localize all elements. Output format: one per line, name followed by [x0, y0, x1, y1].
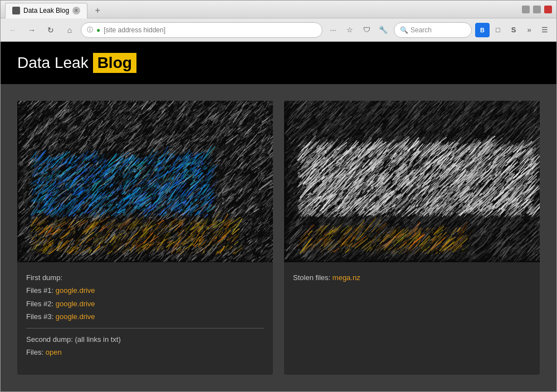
maximize-button[interactable] — [533, 6, 541, 13]
tab-close-button[interactable]: ✕ — [72, 7, 80, 14]
card-1-files2-link[interactable]: google.drive — [56, 300, 95, 308]
security-icon: ⓘ — [87, 26, 93, 34]
shield-icon: 🛡 — [359, 23, 374, 37]
card-1: First dump: Files #1: google.drive Files… — [17, 101, 273, 375]
card-2-link[interactable]: mega.nz — [333, 273, 360, 282]
card-1-dump1-label: First dump: — [26, 271, 264, 284]
main-content: First dump: Files #1: google.drive Files… — [1, 84, 556, 391]
search-placeholder: Search — [411, 26, 432, 34]
card-1-files1: Files #1: google.drive — [26, 284, 264, 297]
browser-window: Data Leak Blog ✕ + ← → ↻ ⌂ ⓘ ● [site add… — [0, 0, 557, 392]
title-bar: Data Leak Blog ✕ + — [1, 1, 556, 18]
extension-icon: 🔧 — [376, 23, 390, 37]
page-content: Data Leak Blog First dump: Files #1: goo… — [1, 42, 556, 391]
card-1-noise-canvas — [17, 101, 273, 262]
sync-icon[interactable]: □ — [491, 23, 505, 37]
minimize-button[interactable] — [522, 6, 530, 13]
site-title-part1: Data Leak — [17, 54, 89, 72]
tab-label: Data Leak Blog — [23, 7, 69, 14]
toolbar-icons: B □ S » ☰ — [475, 23, 552, 37]
more-extensions-button[interactable]: » — [522, 23, 536, 37]
card-1-dump2-files: Files: open — [26, 346, 264, 359]
search-box[interactable]: 🔍 Search — [394, 22, 472, 38]
card-1-files3: Files #3: google.drive — [26, 310, 264, 323]
card-1-files2: Files #2: google.drive — [26, 297, 264, 310]
profile-icon[interactable]: B — [475, 23, 490, 37]
menu-button[interactable]: ☰ — [538, 23, 552, 37]
site-title: Data Leak Blog — [17, 53, 136, 73]
refresh-button[interactable]: ↻ — [43, 22, 58, 38]
secure-indicator: ● — [96, 26, 100, 34]
card-2: Stolen files: mega.nz — [284, 101, 540, 375]
tab-bar: Data Leak Blog ✕ + — [5, 1, 105, 18]
nav-icons: ··· ☆ 🛡 🔧 — [326, 23, 390, 37]
s-extension-icon[interactable]: S — [506, 23, 521, 37]
forward-button[interactable]: → — [24, 22, 40, 38]
new-tab-button[interactable]: + — [90, 3, 105, 18]
card-2-body: Stolen files: mega.nz — [284, 262, 540, 293]
bookmark-button[interactable]: ☆ — [343, 23, 357, 37]
navigation-bar: ← → ↻ ⌂ ⓘ ● [site address hidden] ··· ☆ … — [1, 18, 556, 42]
active-tab[interactable]: Data Leak Blog ✕ — [5, 3, 87, 18]
address-bar[interactable]: ⓘ ● [site address hidden] — [81, 22, 323, 38]
card-1-body: First dump: Files #1: google.drive Files… — [17, 262, 273, 367]
card-2-noise-canvas — [284, 101, 540, 262]
more-button[interactable]: ··· — [326, 23, 340, 37]
search-icon: 🔍 — [400, 26, 408, 34]
card-2-image — [284, 101, 540, 262]
tab-favicon — [12, 7, 20, 14]
card-1-dump2-label: Second dump: (all links in txt) — [26, 333, 264, 346]
site-header: Data Leak Blog — [1, 42, 556, 84]
address-text: [site address hidden] — [104, 26, 316, 34]
home-button[interactable]: ⌂ — [62, 22, 77, 38]
card-2-caption: Stolen files: mega.nz — [293, 271, 531, 284]
card-1-divider — [26, 328, 264, 329]
card-1-image — [17, 101, 273, 262]
card-1-files3-link[interactable]: google.drive — [56, 312, 95, 321]
card-1-files1-link[interactable]: google.drive — [56, 286, 95, 295]
close-button[interactable] — [544, 6, 552, 13]
back-button[interactable]: ← — [5, 22, 21, 38]
site-title-blog: Blog — [93, 53, 136, 73]
card-1-dump2-link[interactable]: open — [46, 348, 62, 356]
